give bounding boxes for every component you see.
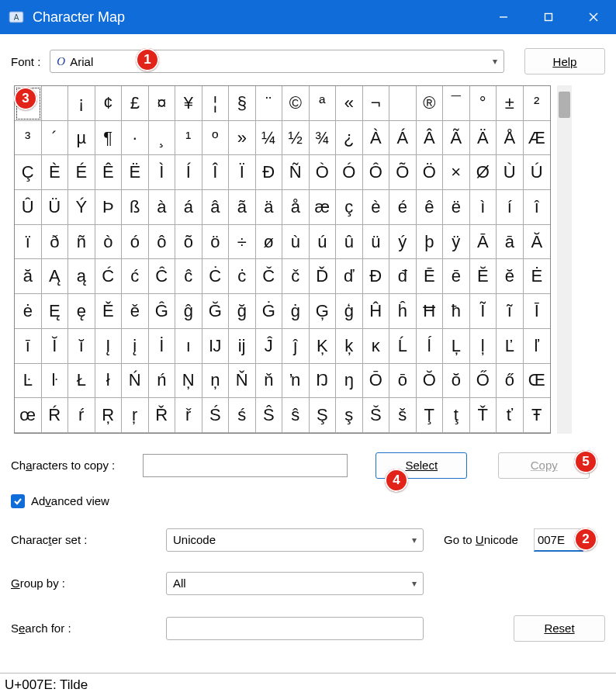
character-cell[interactable]: Ď: [310, 259, 337, 294]
character-cell[interactable]: Û: [15, 190, 42, 225]
character-cell[interactable]: Ŋ: [310, 364, 337, 399]
character-cell[interactable]: Ĩ: [470, 294, 497, 329]
character-cell[interactable]: į: [122, 329, 149, 364]
character-cell[interactable]: Ĕ: [470, 259, 497, 294]
character-cell[interactable]: Ŧ: [524, 398, 551, 433]
character-cell[interactable]: Þ: [95, 190, 123, 225]
character-cell[interactable]: Æ: [524, 121, 551, 156]
character-cell[interactable]: ĵ: [282, 329, 310, 364]
character-cell[interactable]: Ą: [42, 259, 69, 294]
character-cell[interactable]: á: [175, 190, 202, 225]
character-cell[interactable]: ³: [15, 121, 42, 156]
character-cell[interactable]: Ě: [95, 294, 123, 329]
character-cell[interactable]: ń: [149, 364, 176, 399]
character-cell[interactable]: Ù: [497, 155, 524, 190]
character-cell[interactable]: İ: [149, 329, 176, 364]
character-cell[interactable]: Ņ: [175, 364, 202, 399]
character-cell[interactable]: ¶: [95, 121, 123, 156]
character-cell[interactable]: ã: [229, 190, 256, 225]
character-cell[interactable]: õ: [175, 225, 202, 260]
character-cell[interactable]: ü: [363, 225, 390, 260]
character-cell[interactable]: Ō: [363, 364, 390, 399]
character-cell[interactable]: ĕ: [497, 259, 524, 294]
character-cell[interactable]: ×: [443, 155, 470, 190]
character-cell[interactable]: Ç: [15, 155, 42, 190]
character-cell[interactable]: ó: [122, 225, 149, 260]
character-cell[interactable]: ï: [15, 225, 42, 260]
character-cell[interactable]: ë: [443, 190, 470, 225]
character-cell[interactable]: Ċ: [202, 259, 230, 294]
character-cell[interactable]: ť: [497, 398, 524, 433]
character-cell[interactable]: ª: [310, 86, 337, 121]
character-cell[interactable]: Ħ: [417, 294, 444, 329]
character-cell[interactable]: ¤: [149, 86, 176, 121]
font-select[interactable]: O Arial ▾: [50, 50, 504, 73]
character-cell[interactable]: ©: [282, 86, 310, 121]
help-button[interactable]: Help: [524, 48, 605, 74]
character-cell[interactable]: þ: [417, 225, 444, 260]
character-cell[interactable]: Ć: [95, 259, 123, 294]
character-cell[interactable]: Ń: [122, 364, 149, 399]
character-cell[interactable]: ţ: [443, 398, 470, 433]
character-cell[interactable]: Į: [95, 329, 123, 364]
character-cell[interactable]: œ: [15, 398, 42, 433]
character-cell[interactable]: æ: [310, 190, 337, 225]
character-cell[interactable]: Ś: [202, 398, 230, 433]
character-cell[interactable]: µ: [68, 121, 95, 156]
character-cell[interactable]: ō: [389, 364, 417, 399]
character-cell[interactable]: §: [229, 86, 256, 121]
character-cell[interactable]: ¥: [175, 86, 202, 121]
character-grid[interactable]: ~ ¡¢£¤¥¦§¨©ª«¬­®¯°±²³´µ¶·¸¹º»¼½¾¿ÀÁÂÃÄÅÆ…: [14, 85, 551, 434]
character-cell[interactable]: Ŕ: [42, 398, 69, 433]
character-cell[interactable]: ½: [282, 121, 310, 156]
character-cell[interactable]: Ã: [443, 121, 470, 156]
character-cell[interactable]: û: [336, 225, 363, 260]
character-cell[interactable]: ī: [15, 329, 42, 364]
character-cell[interactable]: đ: [389, 259, 417, 294]
character-cell[interactable]: ć: [122, 259, 149, 294]
character-cell[interactable]: ĥ: [389, 294, 417, 329]
character-cell[interactable]: Ý: [68, 190, 95, 225]
character-cell[interactable]: ¢: [95, 86, 123, 121]
character-cell[interactable]: Ò: [310, 155, 337, 190]
character-cell[interactable]: Ļ: [443, 329, 470, 364]
character-cell[interactable]: Ô: [363, 155, 390, 190]
search-input[interactable]: [166, 617, 424, 640]
character-cell[interactable]: ř: [175, 398, 202, 433]
character-cell[interactable]: ě: [122, 294, 149, 329]
character-cell[interactable]: Ŗ: [95, 398, 123, 433]
character-cell[interactable]: Ğ: [202, 294, 230, 329]
character-cell[interactable]: Â: [417, 121, 444, 156]
charset-select[interactable]: Unicode ▾: [166, 528, 424, 552]
character-cell[interactable]: ę: [68, 294, 95, 329]
character-cell[interactable]: Ġ: [256, 294, 283, 329]
reset-button[interactable]: Reset: [514, 615, 605, 642]
character-cell[interactable]: «: [336, 86, 363, 121]
character-cell[interactable]: ś: [229, 398, 256, 433]
character-cell[interactable]: Ø: [470, 155, 497, 190]
advanced-view-checkbox[interactable]: [11, 494, 25, 508]
character-cell[interactable]: ĭ: [68, 329, 95, 364]
character-cell[interactable]: ı: [175, 329, 202, 364]
character-cell[interactable]: Õ: [389, 155, 417, 190]
character-cell[interactable]: ¸: [149, 121, 176, 156]
character-cell[interactable]: £: [122, 86, 149, 121]
character-cell[interactable]: Ó: [336, 155, 363, 190]
character-cell[interactable]: š: [389, 398, 417, 433]
character-cell[interactable]: Ė: [524, 259, 551, 294]
chars-to-copy-input[interactable]: [143, 454, 348, 477]
character-cell[interactable]: Ŀ: [15, 364, 42, 399]
character-cell[interactable]: ş: [336, 398, 363, 433]
character-cell[interactable]: ĸ: [363, 329, 390, 364]
character-cell[interactable]: ý: [389, 225, 417, 260]
character-cell[interactable]: ď: [336, 259, 363, 294]
character-cell[interactable]: ê: [417, 190, 444, 225]
character-cell[interactable]: Ĭ: [42, 329, 69, 364]
character-cell[interactable]: ­: [389, 86, 417, 121]
character-cell[interactable]: Ñ: [282, 155, 310, 190]
character-cell[interactable]: ğ: [229, 294, 256, 329]
character-cell[interactable]: Ř: [149, 398, 176, 433]
character-cell[interactable]: ņ: [202, 364, 230, 399]
character-cell[interactable]: ¾: [310, 121, 337, 156]
character-cell[interactable]: Ĝ: [149, 294, 176, 329]
